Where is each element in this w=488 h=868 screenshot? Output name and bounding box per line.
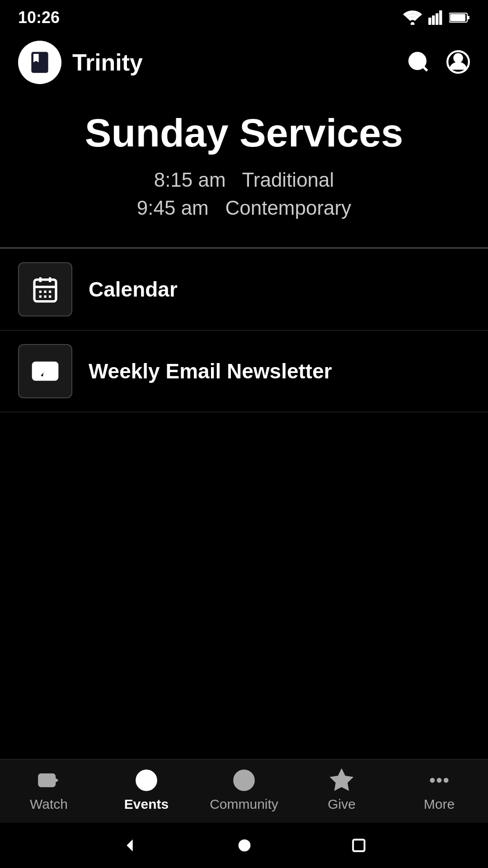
calendar-label: Calendar xyxy=(89,277,178,302)
nav-more-label: More xyxy=(424,797,455,812)
header-actions xyxy=(407,50,470,75)
header-left: Trinity xyxy=(18,41,143,84)
svg-rect-4 xyxy=(439,10,442,25)
svg-point-10 xyxy=(454,54,462,61)
svg-marker-27 xyxy=(55,778,59,783)
svg-rect-26 xyxy=(39,774,55,786)
nav-give-label: Give xyxy=(328,797,356,812)
give-icon xyxy=(330,769,353,792)
service-1-style: Traditional xyxy=(242,169,334,191)
svg-rect-18 xyxy=(49,290,51,292)
nav-item-more[interactable]: More xyxy=(390,769,488,812)
nav-events-label: Events xyxy=(124,797,169,812)
svg-marker-30 xyxy=(332,770,351,789)
book-icon xyxy=(27,50,52,75)
nav-community-label: Community xyxy=(210,797,278,812)
service-1: 8:15 am Traditional xyxy=(18,169,470,191)
search-icon xyxy=(407,50,430,74)
profile-icon xyxy=(446,50,470,74)
status-time: 10:26 xyxy=(18,8,60,27)
svg-point-32 xyxy=(437,778,441,783)
list-item-newsletter[interactable]: @ Weekly Email Newsletter xyxy=(0,330,488,412)
svg-rect-3 xyxy=(436,13,438,25)
service-1-time: 8:15 am xyxy=(154,169,226,191)
svg-rect-6 xyxy=(467,16,469,19)
back-button[interactable] xyxy=(121,836,139,854)
hero-title: Sunday Services xyxy=(18,111,470,155)
home-icon xyxy=(235,836,253,854)
svg-text:@: @ xyxy=(44,370,50,377)
wifi-icon xyxy=(403,10,422,25)
recents-button[interactable] xyxy=(350,837,367,854)
service-2-time: 9:45 am xyxy=(137,197,209,219)
calendar-icon-box xyxy=(18,262,72,316)
back-icon xyxy=(121,836,139,854)
svg-point-35 xyxy=(239,840,251,852)
nav-item-community[interactable]: Community xyxy=(195,769,293,812)
profile-button[interactable] xyxy=(446,50,470,75)
bottom-nav: Watch Events Community Give More xyxy=(0,759,488,823)
service-2-style: Contemporary xyxy=(225,197,351,219)
more-icon xyxy=(427,769,451,792)
events-icon xyxy=(135,769,158,792)
svg-rect-7 xyxy=(450,14,465,21)
community-icon xyxy=(232,769,256,792)
svg-rect-21 xyxy=(49,295,51,297)
svg-rect-1 xyxy=(428,18,431,25)
svg-point-31 xyxy=(431,778,435,783)
email-icon: @ xyxy=(31,357,60,386)
list-item-calendar[interactable]: Calendar xyxy=(0,249,488,330)
recents-icon xyxy=(350,837,367,854)
svg-rect-36 xyxy=(353,840,364,851)
calendar-icon xyxy=(31,275,60,304)
svg-point-0 xyxy=(411,22,415,25)
svg-marker-34 xyxy=(127,840,132,852)
search-button[interactable] xyxy=(407,50,430,75)
system-nav-bar xyxy=(0,823,488,868)
nav-watch-label: Watch xyxy=(30,797,68,812)
svg-rect-19 xyxy=(39,295,42,297)
status-bar: 10:26 xyxy=(0,0,488,32)
watch-icon xyxy=(37,769,61,792)
service-2: 9:45 am Contemporary xyxy=(18,197,470,219)
signal-icon xyxy=(427,10,444,25)
svg-point-29 xyxy=(234,770,253,790)
app-logo[interactable] xyxy=(18,41,61,84)
svg-point-8 xyxy=(410,53,426,69)
svg-rect-17 xyxy=(44,290,46,292)
svg-rect-2 xyxy=(432,15,435,25)
nav-item-events[interactable]: Events xyxy=(98,769,195,812)
app-header: Trinity xyxy=(0,32,488,93)
newsletter-label: Weekly Email Newsletter xyxy=(89,359,332,383)
nav-item-watch[interactable]: Watch xyxy=(0,769,98,812)
hero-section: Sunday Services 8:15 am Traditional 9:45… xyxy=(0,93,488,249)
svg-line-9 xyxy=(423,66,427,71)
battery-icon xyxy=(449,11,470,24)
status-icons xyxy=(403,10,470,25)
app-title: Trinity xyxy=(72,49,143,76)
home-button[interactable] xyxy=(235,836,253,854)
svg-rect-20 xyxy=(44,295,46,297)
svg-rect-16 xyxy=(39,290,42,292)
newsletter-icon-box: @ xyxy=(18,344,72,398)
svg-point-33 xyxy=(444,778,448,783)
nav-item-give[interactable]: Give xyxy=(293,769,390,812)
